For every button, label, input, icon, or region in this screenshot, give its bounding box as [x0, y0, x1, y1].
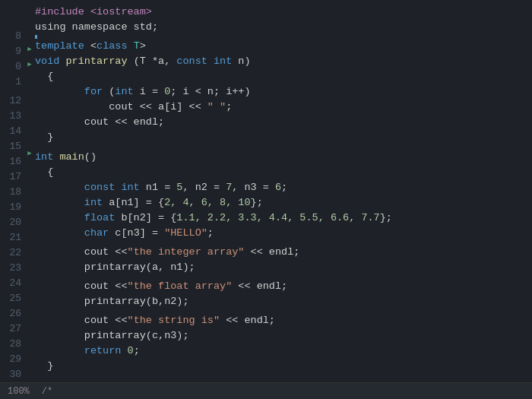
line-number: 21: [9, 230, 21, 245]
code-line: cout <<"the float array" << endl;: [35, 279, 532, 294]
code-line: cout << a[i] << " ";: [35, 100, 532, 115]
status-bar: 100% /*: [0, 382, 532, 399]
line-number: 29: [9, 352, 21, 367]
code-lines: #include <iostream>using namespace std;t…: [32, 3, 532, 382]
code-line: cout << endl;: [35, 115, 532, 130]
code-line: cout <<"the string is" << endl;: [35, 313, 532, 328]
comment-marker: /*: [42, 386, 52, 397]
line-number: 27: [9, 321, 21, 337]
line-number: 14: [9, 124, 21, 139]
code-line: char c[n3] = "HELLO";: [35, 226, 532, 241]
code-line: int a[n1] = {2, 4, 6, 8, 10};: [35, 195, 532, 211]
code-line: float b[n2] = {1.1, 2.2, 3.3, 4.4, 5.5, …: [35, 211, 532, 226]
code-line: }: [35, 359, 532, 374]
line-number: 30: [9, 367, 21, 382]
line-number: 16: [9, 154, 21, 169]
line-number: 0: [15, 59, 21, 74]
zoom-level: 100%: [8, 386, 30, 397]
code-line: #include <iostream>: [35, 5, 532, 20]
line-number: 20: [9, 215, 21, 230]
code-line: {: [35, 69, 532, 84]
line-number: 9: [15, 44, 21, 59]
code-line: using namespace std;: [35, 20, 532, 35]
line-number: 26: [9, 306, 21, 321]
code-line: const int n1 = 5, n2 = 7, n3 = 6;: [35, 180, 532, 195]
code-line: printarray(c,n3);: [35, 328, 532, 344]
line-number: 12: [9, 93, 21, 109]
code-area: 8901121314151617181920212223242526272829…: [0, 0, 532, 382]
line-number: 13: [9, 109, 21, 124]
line-number: 25: [9, 291, 21, 306]
line-number: 24: [9, 276, 21, 291]
code-line: template <class T>: [35, 39, 532, 54]
line-number: 15: [9, 139, 21, 154]
code-editor: 8901121314151617181920212223242526272829…: [0, 0, 532, 399]
line-number: 19: [9, 200, 21, 215]
line-number: 17: [9, 169, 21, 185]
code-line: cout <<"the integer array" << endl;: [35, 245, 532, 260]
code-line: printarray(b,n2);: [35, 294, 532, 309]
line-number: 23: [9, 261, 21, 276]
code-line: return 0;: [35, 344, 532, 359]
line-number: 28: [9, 337, 21, 352]
line-number: 18: [9, 185, 21, 200]
code-line: }: [35, 130, 532, 145]
code-line: void printarray (T *a, const int n): [35, 54, 532, 69]
code-line: {: [35, 165, 532, 180]
line-number: 1: [15, 74, 21, 90]
line-numbers: 8901121314151617181920212223242526272829…: [0, 3, 27, 382]
line-number: 8: [15, 29, 21, 44]
code-line: for (int i = 0; i < n; i++): [35, 84, 532, 100]
line-number: 22: [9, 245, 21, 261]
code-line: printarray(a, n1);: [35, 260, 532, 275]
code-line: int main(): [35, 150, 532, 165]
